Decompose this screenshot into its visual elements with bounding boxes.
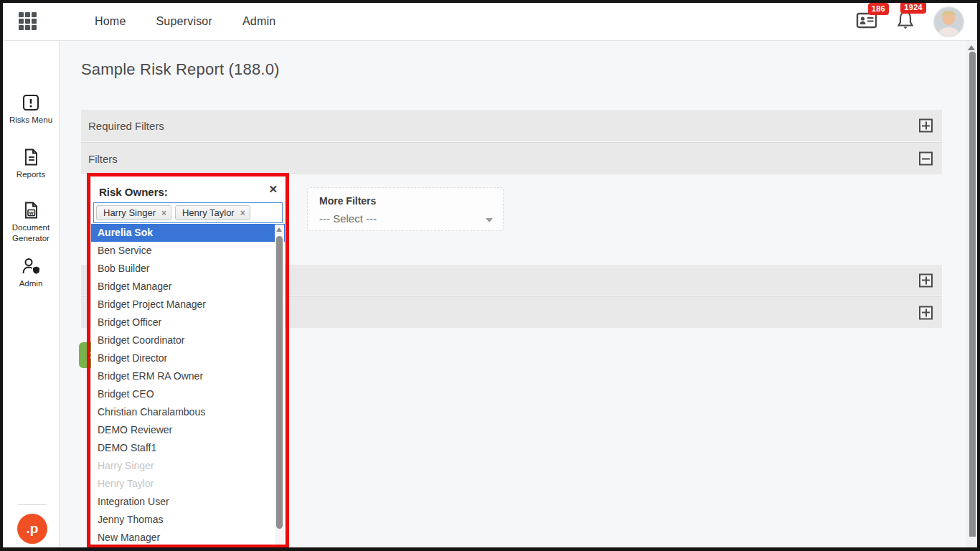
main-menu: HomeSupervisorAdmin <box>95 3 275 40</box>
tag-remove-icon[interactable]: × <box>161 206 166 220</box>
page-scrollbar[interactable] <box>966 41 977 548</box>
close-icon[interactable]: ✕ <box>268 183 278 196</box>
list-item[interactable]: Bridget CEO <box>91 385 285 403</box>
list-item[interactable]: DEMO Staff1 <box>91 439 285 457</box>
list-item[interactable]: Integration User <box>91 493 285 511</box>
risk-owners-dropdown: Risk Owners: ✕ Harry Singer×Henry Taylor… <box>91 176 285 547</box>
logo-text: .p <box>27 521 39 537</box>
svg-text:w: w <box>29 209 34 216</box>
list-item[interactable]: Bridget Officer <box>91 314 285 331</box>
accordion-required-filters[interactable]: Required Filters <box>81 110 942 141</box>
nav-item-admin[interactable]: Admin <box>242 15 275 28</box>
list-item[interactable]: New Manager <box>91 529 285 547</box>
list-item: Harry Singer <box>91 457 285 475</box>
accordion-label: Filters <box>88 153 118 165</box>
left-sidebar: Risks Menu Reports w Document Generator <box>3 40 60 548</box>
list-item[interactable]: Bridget ERM RA Owner <box>91 367 285 385</box>
user-avatar[interactable] <box>933 6 964 37</box>
apps-grid-icon[interactable] <box>19 12 37 31</box>
risk-owners-multiselect-input[interactable]: Harry Singer×Henry Taylor× <box>93 202 283 223</box>
list-item[interactable]: Christian Charalambous <box>91 403 285 421</box>
expand-icon[interactable] <box>919 306 933 319</box>
list-item[interactable]: Bridget Director <box>91 349 285 367</box>
sidebar-item-label: Reports <box>6 169 56 180</box>
scroll-up-arrow-icon[interactable] <box>276 227 282 232</box>
app-window: HomeSupervisorAdmin 186 1924 <box>0 0 980 551</box>
collapse-icon[interactable] <box>919 152 933 166</box>
selected-tag: Harry Singer× <box>96 205 171 220</box>
navbar-right: 186 1924 <box>856 3 964 40</box>
sidebar-item-risks-menu[interactable]: Risks Menu <box>3 93 59 126</box>
sidebar-item-label: Document Generator <box>6 222 56 244</box>
risk-alert-icon <box>22 93 40 112</box>
sidebar-item-admin[interactable]: Admin <box>3 257 59 289</box>
page-title: Sample Risk Report (188.0) <box>81 60 280 79</box>
sidebar-divider <box>18 504 47 505</box>
admin-user-shield-icon <box>21 257 41 276</box>
avatar-photo-icon <box>934 7 963 37</box>
report-document-icon <box>22 148 40 166</box>
list-item[interactable]: Bob Builder <box>91 260 285 278</box>
sidebar-item-reports[interactable]: Reports <box>3 148 59 180</box>
list-item[interactable]: DEMO Reviewer <box>91 421 285 439</box>
risk-owners-label: Risk Owners: <box>99 186 168 198</box>
scroll-up-arrow-icon[interactable] <box>968 45 975 50</box>
sidebar-item-label: Admin <box>6 278 56 289</box>
list-item[interactable]: Ben Service <box>91 242 285 260</box>
nav-item-home[interactable]: Home <box>95 15 126 28</box>
sidebar-item-label: Risks Menu <box>6 115 56 126</box>
protecht-logo[interactable]: .p <box>17 514 47 544</box>
more-filters-card: More Filters --- Select --- <box>307 187 504 231</box>
list-item[interactable]: Jenny Thomas <box>91 511 285 529</box>
contacts-badge: 186 <box>868 3 889 15</box>
selected-tag: Henry Taylor× <box>175 205 250 220</box>
nav-item-supervisor[interactable]: Supervisor <box>156 15 212 28</box>
list-item[interactable]: Bridget Manager <box>91 278 285 296</box>
list-item: Henry Taylor <box>91 475 285 493</box>
notifications-badge: 1924 <box>900 1 926 14</box>
expand-icon[interactable] <box>919 119 933 133</box>
risk-owners-list: Aurelia SokBen ServiceBob BuilderBridget… <box>91 224 285 547</box>
contacts-button[interactable]: 186 <box>856 11 877 32</box>
list-item[interactable]: Aurelia Sok <box>91 224 285 242</box>
sidebar-item-document-generator[interactable]: w Document Generator <box>3 201 59 244</box>
caret-down-icon[interactable] <box>486 218 493 222</box>
expand-icon[interactable] <box>919 273 933 287</box>
list-item[interactable]: Bridget Project Manager <box>91 296 285 314</box>
more-filters-label: More Filters <box>319 195 376 207</box>
list-item[interactable]: Bridget Coordinator <box>91 331 285 349</box>
accordion-label: Required Filters <box>88 120 164 132</box>
tag-remove-icon[interactable]: × <box>240 206 245 220</box>
notifications-button[interactable]: 1924 <box>896 9 915 34</box>
page-scrollbar-thumb[interactable] <box>969 52 976 537</box>
more-filters-select[interactable]: --- Select --- <box>319 212 377 225</box>
accordion-filters[interactable]: Filters <box>81 142 942 174</box>
dropdown-scrollbar[interactable] <box>275 225 284 545</box>
word-document-icon: w <box>22 201 40 220</box>
top-navbar: HomeSupervisorAdmin 186 1924 <box>3 3 977 41</box>
dropdown-scrollbar-thumb[interactable] <box>276 236 283 529</box>
